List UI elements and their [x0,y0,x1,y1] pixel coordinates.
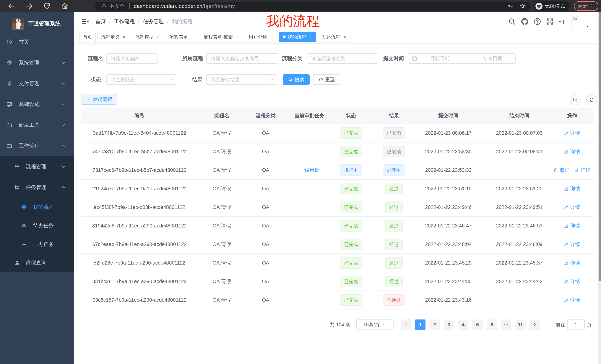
scrollbar-thumb[interactable] [599,12,601,281]
close-icon[interactable] [343,35,347,39]
sidebar-item-workflow[interactable]: 工作流程 [0,135,74,156]
filter-status-select[interactable]: 请选择状态 [106,74,177,85]
sidebar-item-done-task[interactable]: 已办任务 [0,235,74,253]
cell-task-link[interactable]: 一级审批 [299,167,320,173]
next-page-button[interactable] [530,319,540,330]
help-button[interactable] [533,18,541,26]
filter-result-select[interactable]: 请选择流结果 [206,74,277,85]
goto-page-input[interactable]: 1 [567,319,585,330]
action-label: 详情 [570,148,580,155]
action-label: 详情 [570,130,580,136]
page-button-6[interactable]: 6 [487,319,497,330]
close-icon[interactable] [122,35,126,39]
app-logo[interactable]: 芋道管理系统 [0,12,74,31]
close-icon[interactable] [270,35,274,39]
filter-definition-input[interactable]: 请输入流程定义的编号 [206,53,278,64]
fullscreen-button[interactable] [546,18,554,26]
search-button[interactable]: 搜索 [283,74,310,85]
filter-time-range[interactable]: 开始日期-结束日期 [408,53,516,64]
font-size-button[interactable]: TT [559,18,567,26]
detail-action[interactable]: 详情 [564,297,580,303]
user-avatar[interactable] [571,14,585,29]
avatar-dropdown-caret[interactable] [585,24,590,29]
home-button[interactable] [61,2,69,10]
more-pages-button[interactable] [501,319,511,330]
page-button-1[interactable]: 1 [415,319,425,330]
cell-result: 通过 [369,257,419,269]
filter-status-label: 状态 [81,74,101,85]
page-button-5[interactable]: 5 [472,319,483,330]
breadcrumb-item[interactable]: 工作流程 [114,18,135,25]
sidebar-collapse-button[interactable] [81,18,89,26]
bookmark-star-button[interactable] [519,3,525,9]
detail-action[interactable]: 详情 [564,185,580,192]
tag-5[interactable]: 用户分组 [245,32,277,42]
refresh-table-button[interactable] [586,95,597,105]
page-url[interactable]: dashboard.yudao.iocoder.cn/bpm/task/my [134,3,235,9]
forward-arrow-icon[interactable] [25,2,33,10]
page-button-2[interactable]: 2 [429,319,440,330]
sidebar-item-process-mgmt[interactable]: 流程管理 [0,156,74,177]
sidebar-item-leave-query[interactable]: 请假查询 [0,253,74,272]
tag-0[interactable]: 首页 [79,32,96,42]
tag-7[interactable]: 发起流程 [318,32,351,42]
forward-button[interactable] [25,2,33,10]
detail-action[interactable]: 详情 [564,278,580,285]
detail-action[interactable]: 详情 [574,167,591,173]
key-button[interactable] [507,3,513,9]
back-arrow-icon[interactable] [7,2,15,10]
sidebar-item-system[interactable]: 系统管理 [0,52,74,73]
reload-button[interactable] [43,2,51,10]
reload-icon[interactable] [43,2,51,10]
cancel-action[interactable]: 取消 [553,167,570,173]
tag-6[interactable]: 我的流程 [279,32,316,42]
page-button-4[interactable]: 4 [458,319,468,330]
address-bar[interactable]: 不安全 dashboard.yudao.iocoder.cn/bpm/task/… [95,2,530,10]
detail-action[interactable]: 详情 [564,259,580,266]
close-icon[interactable] [235,35,240,39]
sidebar-item-payment[interactable]: 支付管理 [0,73,74,94]
sidebar-item-devtools[interactable]: 研发工具 [0,115,74,135]
toggle-search-button[interactable] [570,95,581,105]
tag-1[interactable]: 流程定义 [98,32,130,42]
detail-action[interactable]: 详情 [564,130,580,136]
header-search-button[interactable] [508,18,516,26]
sidebar-item-infra[interactable]: 基础设施 [0,94,74,115]
filter-name-input[interactable]: 请输入流程名 [106,53,158,64]
detail-action[interactable]: 详情 [564,148,580,155]
tag-3[interactable]: 流程表单 [166,32,198,42]
detail-action[interactable]: 详情 [564,204,580,211]
close-icon[interactable] [309,35,313,39]
search-icon[interactable] [508,18,516,26]
fullscreen-icon[interactable] [546,18,554,26]
table-row: 67c2eaab-7b9a-11ec-a290-acde48001122 OA … [81,235,594,254]
home-icon[interactable] [61,2,69,10]
github-button[interactable] [521,18,529,26]
filter-category-select[interactable]: 请选择流程分类 [307,53,378,64]
question-icon[interactable] [533,18,541,26]
close-icon[interactable] [190,35,195,39]
tag-2[interactable]: 流程模型 [132,32,164,42]
close-icon[interactable] [156,35,160,39]
page-button-3[interactable]: 3 [444,319,454,330]
page-scrollbar[interactable] [598,12,601,364]
back-button[interactable] [7,2,15,10]
update-button[interactable]: 更新 [574,1,598,11]
sidebar-item-home[interactable]: 首页 [0,31,74,52]
prev-page-button[interactable] [401,319,411,330]
kebab-menu-icon[interactable] [589,3,595,9]
tag-4[interactable]: 流程表单-编辑 [200,32,243,42]
sidebar-item-my-process[interactable]: 我的流程 [0,198,74,216]
page-button-11[interactable]: 11 [515,319,526,330]
detail-action[interactable]: 详情 [564,241,580,248]
detail-action[interactable]: 详情 [564,222,580,229]
github-icon[interactable] [521,18,529,26]
sidebar-item-task-mgmt[interactable]: 任务管理 [0,177,74,198]
reset-button[interactable]: 重置 [313,74,340,85]
create-process-button[interactable]: 发起流程 [81,94,117,105]
page-size-select[interactable]: 10条/页 [356,319,393,330]
font-size-icon[interactable]: TT [559,18,567,26]
breadcrumb-item[interactable]: 任务管理 [143,18,164,25]
sidebar-item-todo-task[interactable]: 待办任务 [0,216,74,235]
breadcrumb-item[interactable]: 首页 [95,18,106,25]
